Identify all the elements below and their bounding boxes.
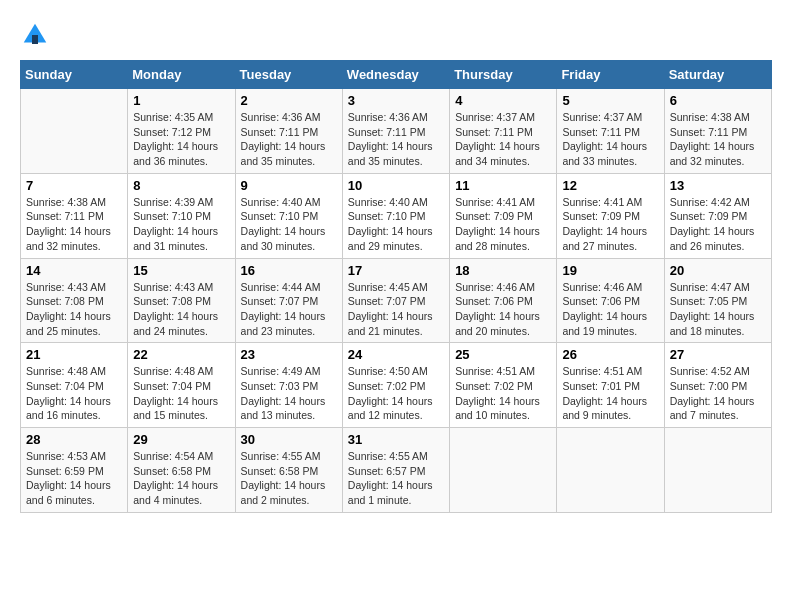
- day-info: Sunrise: 4:47 AMSunset: 7:05 PMDaylight:…: [670, 280, 766, 339]
- day-number: 11: [455, 178, 551, 193]
- calendar-week-row: 14Sunrise: 4:43 AMSunset: 7:08 PMDayligh…: [21, 258, 772, 343]
- day-number: 4: [455, 93, 551, 108]
- day-number: 21: [26, 347, 122, 362]
- day-info: Sunrise: 4:35 AMSunset: 7:12 PMDaylight:…: [133, 110, 229, 169]
- calendar-cell: 31Sunrise: 4:55 AMSunset: 6:57 PMDayligh…: [342, 428, 449, 513]
- calendar-cell: 27Sunrise: 4:52 AMSunset: 7:00 PMDayligh…: [664, 343, 771, 428]
- calendar-cell: 5Sunrise: 4:37 AMSunset: 7:11 PMDaylight…: [557, 89, 664, 174]
- calendar-cell: 26Sunrise: 4:51 AMSunset: 7:01 PMDayligh…: [557, 343, 664, 428]
- calendar-week-row: 1Sunrise: 4:35 AMSunset: 7:12 PMDaylight…: [21, 89, 772, 174]
- day-info: Sunrise: 4:42 AMSunset: 7:09 PMDaylight:…: [670, 195, 766, 254]
- calendar-week-row: 28Sunrise: 4:53 AMSunset: 6:59 PMDayligh…: [21, 428, 772, 513]
- calendar-cell: 10Sunrise: 4:40 AMSunset: 7:10 PMDayligh…: [342, 173, 449, 258]
- day-info: Sunrise: 4:46 AMSunset: 7:06 PMDaylight:…: [562, 280, 658, 339]
- calendar-cell: [21, 89, 128, 174]
- day-number: 20: [670, 263, 766, 278]
- calendar-cell: 2Sunrise: 4:36 AMSunset: 7:11 PMDaylight…: [235, 89, 342, 174]
- day-number: 28: [26, 432, 122, 447]
- calendar-cell: 15Sunrise: 4:43 AMSunset: 7:08 PMDayligh…: [128, 258, 235, 343]
- day-number: 10: [348, 178, 444, 193]
- calendar-cell: 13Sunrise: 4:42 AMSunset: 7:09 PMDayligh…: [664, 173, 771, 258]
- day-number: 19: [562, 263, 658, 278]
- day-number: 31: [348, 432, 444, 447]
- calendar-week-row: 21Sunrise: 4:48 AMSunset: 7:04 PMDayligh…: [21, 343, 772, 428]
- calendar-cell: [664, 428, 771, 513]
- calendar-cell: 7Sunrise: 4:38 AMSunset: 7:11 PMDaylight…: [21, 173, 128, 258]
- calendar-cell: [557, 428, 664, 513]
- calendar-cell: 28Sunrise: 4:53 AMSunset: 6:59 PMDayligh…: [21, 428, 128, 513]
- calendar-cell: 9Sunrise: 4:40 AMSunset: 7:10 PMDaylight…: [235, 173, 342, 258]
- day-info: Sunrise: 4:49 AMSunset: 7:03 PMDaylight:…: [241, 364, 337, 423]
- weekday-header: Sunday: [21, 61, 128, 89]
- day-number: 7: [26, 178, 122, 193]
- day-number: 26: [562, 347, 658, 362]
- day-number: 9: [241, 178, 337, 193]
- day-info: Sunrise: 4:43 AMSunset: 7:08 PMDaylight:…: [133, 280, 229, 339]
- day-info: Sunrise: 4:55 AMSunset: 6:58 PMDaylight:…: [241, 449, 337, 508]
- calendar-cell: 25Sunrise: 4:51 AMSunset: 7:02 PMDayligh…: [450, 343, 557, 428]
- day-info: Sunrise: 4:55 AMSunset: 6:57 PMDaylight:…: [348, 449, 444, 508]
- calendar-cell: 30Sunrise: 4:55 AMSunset: 6:58 PMDayligh…: [235, 428, 342, 513]
- logo-icon: [20, 20, 50, 50]
- day-number: 3: [348, 93, 444, 108]
- calendar-cell: 3Sunrise: 4:36 AMSunset: 7:11 PMDaylight…: [342, 89, 449, 174]
- weekday-header: Saturday: [664, 61, 771, 89]
- day-number: 16: [241, 263, 337, 278]
- calendar-week-row: 7Sunrise: 4:38 AMSunset: 7:11 PMDaylight…: [21, 173, 772, 258]
- calendar-cell: 17Sunrise: 4:45 AMSunset: 7:07 PMDayligh…: [342, 258, 449, 343]
- weekday-header: Wednesday: [342, 61, 449, 89]
- day-number: 5: [562, 93, 658, 108]
- calendar-cell: 19Sunrise: 4:46 AMSunset: 7:06 PMDayligh…: [557, 258, 664, 343]
- day-number: 30: [241, 432, 337, 447]
- day-number: 2: [241, 93, 337, 108]
- day-info: Sunrise: 4:50 AMSunset: 7:02 PMDaylight:…: [348, 364, 444, 423]
- day-number: 13: [670, 178, 766, 193]
- day-number: 15: [133, 263, 229, 278]
- calendar-cell: 8Sunrise: 4:39 AMSunset: 7:10 PMDaylight…: [128, 173, 235, 258]
- calendar-cell: [450, 428, 557, 513]
- day-number: 14: [26, 263, 122, 278]
- day-info: Sunrise: 4:41 AMSunset: 7:09 PMDaylight:…: [562, 195, 658, 254]
- day-info: Sunrise: 4:37 AMSunset: 7:11 PMDaylight:…: [562, 110, 658, 169]
- day-info: Sunrise: 4:37 AMSunset: 7:11 PMDaylight:…: [455, 110, 551, 169]
- logo: [20, 20, 54, 50]
- day-info: Sunrise: 4:36 AMSunset: 7:11 PMDaylight:…: [241, 110, 337, 169]
- day-info: Sunrise: 4:45 AMSunset: 7:07 PMDaylight:…: [348, 280, 444, 339]
- calendar-cell: 4Sunrise: 4:37 AMSunset: 7:11 PMDaylight…: [450, 89, 557, 174]
- day-number: 1: [133, 93, 229, 108]
- day-number: 27: [670, 347, 766, 362]
- day-info: Sunrise: 4:38 AMSunset: 7:11 PMDaylight:…: [26, 195, 122, 254]
- day-info: Sunrise: 4:46 AMSunset: 7:06 PMDaylight:…: [455, 280, 551, 339]
- weekday-header: Friday: [557, 61, 664, 89]
- day-number: 17: [348, 263, 444, 278]
- day-info: Sunrise: 4:40 AMSunset: 7:10 PMDaylight:…: [241, 195, 337, 254]
- calendar-cell: 18Sunrise: 4:46 AMSunset: 7:06 PMDayligh…: [450, 258, 557, 343]
- day-info: Sunrise: 4:48 AMSunset: 7:04 PMDaylight:…: [133, 364, 229, 423]
- day-info: Sunrise: 4:40 AMSunset: 7:10 PMDaylight:…: [348, 195, 444, 254]
- svg-rect-1: [32, 35, 38, 44]
- calendar-cell: 14Sunrise: 4:43 AMSunset: 7:08 PMDayligh…: [21, 258, 128, 343]
- day-info: Sunrise: 4:51 AMSunset: 7:01 PMDaylight:…: [562, 364, 658, 423]
- day-number: 18: [455, 263, 551, 278]
- day-number: 8: [133, 178, 229, 193]
- day-number: 6: [670, 93, 766, 108]
- weekday-header: Thursday: [450, 61, 557, 89]
- calendar-cell: 12Sunrise: 4:41 AMSunset: 7:09 PMDayligh…: [557, 173, 664, 258]
- calendar-cell: 21Sunrise: 4:48 AMSunset: 7:04 PMDayligh…: [21, 343, 128, 428]
- day-number: 12: [562, 178, 658, 193]
- day-info: Sunrise: 4:43 AMSunset: 7:08 PMDaylight:…: [26, 280, 122, 339]
- day-info: Sunrise: 4:53 AMSunset: 6:59 PMDaylight:…: [26, 449, 122, 508]
- day-info: Sunrise: 4:52 AMSunset: 7:00 PMDaylight:…: [670, 364, 766, 423]
- day-number: 24: [348, 347, 444, 362]
- weekday-header: Tuesday: [235, 61, 342, 89]
- weekday-header: Monday: [128, 61, 235, 89]
- day-info: Sunrise: 4:48 AMSunset: 7:04 PMDaylight:…: [26, 364, 122, 423]
- calendar-cell: 23Sunrise: 4:49 AMSunset: 7:03 PMDayligh…: [235, 343, 342, 428]
- calendar-cell: 20Sunrise: 4:47 AMSunset: 7:05 PMDayligh…: [664, 258, 771, 343]
- day-info: Sunrise: 4:51 AMSunset: 7:02 PMDaylight:…: [455, 364, 551, 423]
- day-info: Sunrise: 4:54 AMSunset: 6:58 PMDaylight:…: [133, 449, 229, 508]
- calendar-table: SundayMondayTuesdayWednesdayThursdayFrid…: [20, 60, 772, 513]
- page-header: [20, 20, 772, 50]
- day-number: 25: [455, 347, 551, 362]
- calendar-cell: 22Sunrise: 4:48 AMSunset: 7:04 PMDayligh…: [128, 343, 235, 428]
